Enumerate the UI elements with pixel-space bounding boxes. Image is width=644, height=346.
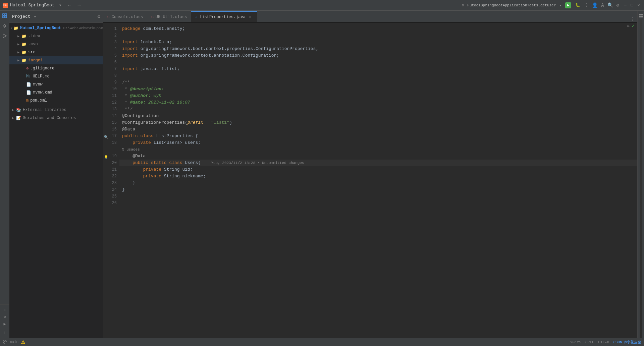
tree-item-mvnwcmd[interactable]: ▶ 📄 mvnw.cmd bbox=[9, 89, 103, 97]
tree-item-root[interactable]: ▾ 📁 Hutool_SpringBoot D:\Web\WebWorkSpac… bbox=[9, 24, 103, 32]
tree-arrow-idea: ▶ bbox=[16, 34, 21, 39]
code-line-3: import lombok.Data; bbox=[119, 39, 637, 46]
project-view-icon[interactable] bbox=[1, 12, 8, 19]
line-num-10: 10 bbox=[103, 86, 119, 93]
tab-actions: ⋮ bbox=[630, 16, 637, 22]
svg-rect-14 bbox=[641, 16, 643, 17]
project-label: Project bbox=[12, 14, 31, 19]
tree-item-src[interactable]: ▶ 📁 src bbox=[9, 48, 103, 56]
restore-button[interactable]: □ bbox=[629, 3, 635, 8]
run-button[interactable]: ▶ bbox=[565, 2, 571, 8]
code-editor[interactable]: 1 2 3 4 5 6 7 8 9 10 11 12 13 14 15 16 1… bbox=[103, 23, 637, 338]
code-line-9: /** bbox=[119, 79, 637, 86]
redo-button[interactable]: ⟶ bbox=[75, 2, 83, 9]
minimize-button[interactable]: ─ bbox=[623, 3, 628, 8]
save-icon[interactable]: ✓ bbox=[632, 23, 635, 28]
line-num-21: 21 bbox=[103, 166, 119, 173]
tree-label-scratches: Scratches and Consoles bbox=[23, 116, 76, 120]
undo-button[interactable]: ⟵ bbox=[66, 2, 73, 9]
tab-close-listprops[interactable]: ✕ bbox=[248, 14, 253, 20]
folder-icon-scratches: 📝 bbox=[16, 116, 21, 121]
run-icon[interactable] bbox=[1, 32, 8, 40]
close-button[interactable]: ✕ bbox=[636, 3, 641, 8]
line-num-14: 14 bbox=[103, 113, 119, 119]
folder-icon-root: 📁 bbox=[13, 26, 18, 31]
line-num-20: 20 bbox=[103, 160, 119, 166]
line-num-12: 12 bbox=[103, 99, 119, 106]
code-line-18: private List<Users> users; bbox=[119, 139, 637, 146]
code-line-20: public static class Users{ You, 2023/11/… bbox=[119, 160, 637, 166]
structure-view-icon[interactable] bbox=[639, 13, 643, 18]
svg-rect-3 bbox=[5, 16, 7, 18]
line-num-8: 8 bbox=[103, 72, 119, 79]
svg-rect-12 bbox=[641, 14, 643, 15]
debug-button[interactable]: 🐛 bbox=[575, 2, 581, 8]
edit-icon[interactable]: ✏ bbox=[627, 23, 630, 28]
code-line-24: } bbox=[119, 186, 637, 193]
tab-urlutil[interactable]: C URLUtil.class bbox=[147, 11, 191, 22]
line-num-26: 26 bbox=[103, 200, 119, 207]
run-console-icon[interactable]: ▶ bbox=[3, 322, 6, 327]
git-branch-status[interactable]: main bbox=[3, 340, 18, 344]
line-num-16: 16 bbox=[103, 126, 119, 133]
title-bar-right: ⚙ HutoolSpringBootApplicationTests.getUs… bbox=[462, 2, 641, 8]
code-line-4: import org.springframework.boot.context.… bbox=[119, 46, 637, 52]
tree-item-helpmd[interactable]: ▶ M↓ HELP.md bbox=[9, 72, 103, 80]
tree-item-target[interactable]: ▶ 📁 target bbox=[9, 56, 103, 64]
tree-arrow-target: ▶ bbox=[16, 58, 21, 63]
status-bar: main 20:25 CRLF UTF-8 CSDN @小花皮猪 bbox=[0, 338, 644, 346]
svg-rect-1 bbox=[5, 14, 7, 15]
minimap-scrollbar[interactable] bbox=[640, 19, 642, 338]
svg-rect-13 bbox=[639, 16, 641, 17]
editor-actions: ✏ ✓ bbox=[627, 23, 635, 28]
code-line-23: } bbox=[119, 180, 637, 186]
expand-sidebar-icon[interactable]: ↑ bbox=[3, 331, 6, 335]
tree-arrow-mvn: ▶ bbox=[16, 42, 21, 47]
line-num-5: 5 bbox=[103, 52, 119, 59]
tree-item-idea[interactable]: ▶ 📁 .idea bbox=[9, 32, 103, 40]
code-line-14: @Configuration bbox=[119, 113, 637, 119]
tab-label-urlutil: URLUtil.class bbox=[156, 15, 187, 19]
code-line-11: * @author: wyh bbox=[119, 93, 637, 99]
run-config-dropdown[interactable]: ▾ bbox=[559, 3, 562, 8]
gear-icon[interactable]: ⚙ bbox=[98, 14, 100, 19]
line-col-status[interactable]: 20:25 bbox=[570, 340, 581, 344]
tab-console[interactable]: C Console.class bbox=[103, 11, 147, 22]
tree-label-src: src bbox=[28, 50, 36, 55]
tree-item-scratches[interactable]: ▶ 📝 Scratches and Consoles bbox=[9, 114, 103, 122]
commit-icon[interactable] bbox=[1, 22, 8, 30]
tree-label-mvn: .mvn bbox=[28, 42, 38, 47]
tree-label-gitignore: .gitignore bbox=[30, 66, 54, 71]
tree-item-mvnw[interactable]: ▶ 📄 mvnw bbox=[9, 80, 103, 89]
dropdown-arrow-icon[interactable]: ▾ bbox=[57, 2, 64, 9]
project-dropdown-icon[interactable]: ▾ bbox=[34, 14, 37, 19]
bottom-sidebar-icons: ⊞ ⊕ ▶ ↑ bbox=[0, 304, 9, 338]
translate-icon[interactable]: A bbox=[601, 3, 604, 8]
tab-listprops[interactable]: J ListProperties.java ✕ bbox=[191, 11, 257, 22]
problems-icon[interactable]: ⊕ bbox=[3, 314, 6, 320]
file-icon-gitignore: ⊘ bbox=[26, 66, 29, 71]
svg-rect-11 bbox=[639, 14, 641, 15]
tree-item-gitignore[interactable]: ▶ ⊘ .gitignore bbox=[9, 64, 103, 72]
project-tree: ▾ 📁 Hutool_SpringBoot D:\Web\WebWorkSpac… bbox=[9, 23, 103, 338]
line-numbers: 1 2 3 4 5 6 7 8 9 10 11 12 13 14 15 16 1… bbox=[103, 23, 119, 338]
tree-item-pomxml[interactable]: ▶ m pom.xml bbox=[9, 97, 103, 105]
tree-item-extlibs[interactable]: ▶ 📚 External Libraries bbox=[9, 106, 103, 114]
project-panel: Project ▾ ⚙ ▾ 📁 Hutool_SpringBoot D:\Web… bbox=[9, 11, 103, 338]
line-num-9: 9 bbox=[103, 79, 119, 86]
more-actions-icon[interactable]: ⋮ bbox=[584, 2, 589, 8]
search-icon[interactable]: 🔍 bbox=[607, 2, 613, 8]
settings-icon[interactable]: ⚙ bbox=[616, 2, 619, 8]
line-num-1: 1 bbox=[103, 25, 119, 32]
profile-icon[interactable]: 👤 bbox=[592, 2, 598, 8]
tree-item-mvn[interactable]: ▶ 📁 .mvn bbox=[9, 40, 103, 48]
status-left: main bbox=[3, 340, 566, 344]
recent-files-icon[interactable]: ⋮ bbox=[630, 16, 635, 22]
code-line-7: import java.util.List; bbox=[119, 66, 637, 72]
terminal-icon[interactable]: ⊞ bbox=[2, 307, 7, 312]
charset-status[interactable]: UTF-8 bbox=[598, 340, 609, 344]
svg-rect-2 bbox=[3, 16, 4, 18]
tab-label-listprops: ListProperties.java bbox=[200, 15, 246, 19]
line-ending-status[interactable]: CRLF bbox=[585, 340, 594, 344]
folder-icon-extlibs: 📚 bbox=[16, 108, 21, 113]
